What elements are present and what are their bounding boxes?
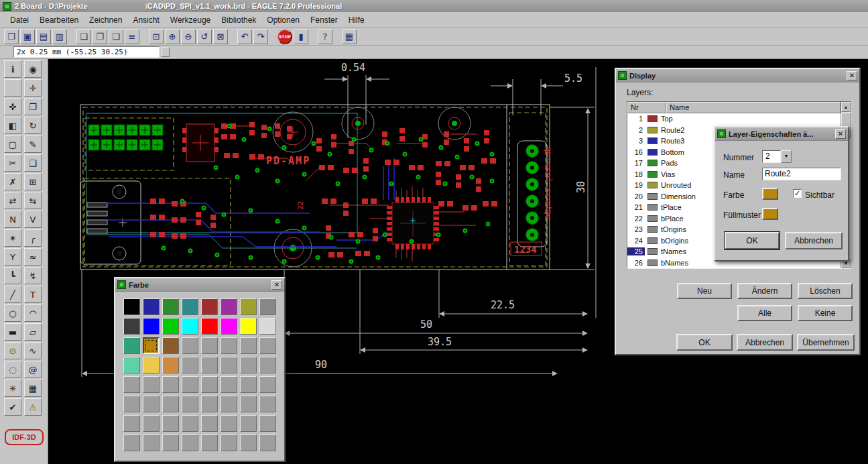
redo-button[interactable]: ↷ <box>253 30 268 44</box>
color-swatch-7-3[interactable] <box>182 434 198 451</box>
ratsnest-tool[interactable]: ✳ <box>4 380 21 397</box>
color-swatch-2-6[interactable] <box>240 337 257 354</box>
menu-optionen[interactable]: Optionen <box>262 13 304 27</box>
pcb-label-pd-amp[interactable]: PD-AMP <box>266 155 310 167</box>
color-swatch-7-7[interactable] <box>259 434 276 451</box>
add-tool[interactable]: ⊞ <box>24 173 42 190</box>
delete-tool[interactable]: ✗ <box>4 173 21 190</box>
color-swatch-3-6[interactable] <box>240 357 257 373</box>
ripup-tool[interactable]: ↯ <box>24 267 42 284</box>
board-schematic-switch-button[interactable]: ❏ <box>76 30 91 44</box>
column-name[interactable]: Name <box>666 102 841 113</box>
hole-tool[interactable]: ◌ <box>4 361 21 378</box>
pcb-side-text[interactable]: qmmusel.scodqe <box>544 146 554 220</box>
menu-bibliothek[interactable]: Bibliothek <box>216 13 261 27</box>
color-swatch-5-4[interactable] <box>201 396 218 412</box>
stop-button[interactable]: STOP <box>277 30 292 44</box>
color-swatch-3-0[interactable] <box>123 357 140 373</box>
color-swatch-1-4[interactable] <box>201 318 218 335</box>
arc-tool[interactable]: ◠ <box>24 304 42 322</box>
color-swatch-5-0[interactable] <box>123 396 140 412</box>
group-tool[interactable]: ▢ <box>4 135 21 153</box>
paste-tool[interactable]: ❑ <box>24 154 42 172</box>
board-number-box[interactable]: 1234 <box>511 242 542 255</box>
color-swatch-2-2[interactable] <box>162 337 179 354</box>
route-tool[interactable]: ┗ <box>4 267 21 284</box>
color-swatch-2-5[interactable] <box>221 337 237 354</box>
show-tool[interactable]: ◉ <box>24 60 42 78</box>
color-swatch-6-1[interactable] <box>143 415 160 432</box>
abbrechen-button[interactable]: Abbrechen <box>785 232 843 249</box>
move-tool[interactable]: ✜ <box>4 98 21 115</box>
display-tool[interactable] <box>4 79 21 97</box>
name-tool[interactable]: N <box>4 211 21 228</box>
color-swatch-1-5[interactable] <box>221 318 237 335</box>
color-swatch-5-5[interactable] <box>221 396 237 412</box>
color-swatch-7-6[interactable] <box>240 434 257 451</box>
color-swatch-2-0[interactable] <box>123 337 140 354</box>
color-swatch-5-1[interactable] <box>143 396 160 412</box>
split-tool[interactable]: Y <box>4 248 21 266</box>
aendern-button[interactable]: Ändern <box>737 283 792 299</box>
drc-tool[interactable]: ✔ <box>4 398 21 416</box>
scroll-up-icon[interactable]: ▲ <box>841 102 851 112</box>
pinswap-tool[interactable]: ⇄ <box>4 192 21 209</box>
menu-werkzeuge[interactable]: Werkzeuge <box>166 13 215 27</box>
color-swatch-4-0[interactable] <box>123 376 140 393</box>
name-input[interactable]: Route2 <box>762 168 841 180</box>
close-icon[interactable]: ✕ <box>271 280 282 290</box>
neu-button[interactable]: Neu <box>677 283 732 299</box>
info-tool[interactable]: ℹ <box>4 60 21 78</box>
color-swatch-2-1[interactable] <box>143 337 160 354</box>
chevron-down-icon[interactable]: ▼ <box>781 150 792 163</box>
color-swatch-1-6[interactable] <box>240 318 257 335</box>
usb-connector[interactable] <box>80 181 141 264</box>
color-swatch-0-3[interactable] <box>182 298 198 315</box>
window-new-button[interactable]: ❑ <box>109 30 123 44</box>
menu-fenster[interactable]: Fenster <box>306 13 343 27</box>
menu-ansicht[interactable]: Ansicht <box>128 13 164 27</box>
window-list-button[interactable]: ❐ <box>92 30 107 44</box>
color-swatch-4-7[interactable] <box>259 376 276 393</box>
color-swatch-0-7[interactable] <box>259 298 276 315</box>
grid-button[interactable]: ▦ <box>342 30 357 44</box>
color-swatch-0-0[interactable] <box>123 298 140 315</box>
color-swatch-0-2[interactable] <box>162 298 179 315</box>
color-swatch-2-7[interactable] <box>259 337 276 354</box>
polygon-tool[interactable]: ▱ <box>24 323 42 341</box>
color-swatch-3-7[interactable] <box>259 357 276 373</box>
close-icon[interactable]: ✕ <box>847 71 857 80</box>
ok-button[interactable]: OK <box>725 232 780 249</box>
color-swatch-1-2[interactable] <box>162 318 179 335</box>
color-swatch-4-4[interactable] <box>201 376 218 393</box>
menu-datei[interactable]: Datei <box>5 13 34 27</box>
ok-button[interactable]: OK <box>676 334 733 351</box>
color-swatch-7-1[interactable] <box>143 434 160 451</box>
color-swatch-1-3[interactable] <box>182 318 198 335</box>
errors-tool[interactable]: ⚠ <box>24 398 42 416</box>
mounting-holes[interactable] <box>273 107 471 267</box>
signal-tool[interactable]: ∿ <box>24 342 42 359</box>
color-swatch-1-1[interactable] <box>143 318 160 335</box>
rotate-tool[interactable]: ↻ <box>24 117 42 134</box>
column-nr[interactable]: Nr <box>627 102 666 113</box>
color-swatch-3-3[interactable] <box>182 357 198 373</box>
color-swatch-0-6[interactable] <box>240 298 257 315</box>
circle-tool[interactable]: ○ <box>4 304 21 322</box>
abbrechen-button[interactable]: Abbrechen <box>737 334 793 351</box>
zoom-redraw-button[interactable]: ↺ <box>197 30 212 44</box>
color-swatch-4-5[interactable] <box>221 376 237 393</box>
keine-button[interactable]: Keine <box>798 305 853 321</box>
color-swatch-2-4[interactable] <box>201 337 218 354</box>
optimize-tool[interactable]: ≈ <box>24 248 42 266</box>
ic-component[interactable] <box>182 124 219 162</box>
color-swatch-3-1[interactable] <box>143 357 160 373</box>
color-swatch-0-5[interactable] <box>221 298 237 315</box>
cam-processor-button[interactable]: ▥ <box>52 30 67 44</box>
color-swatch-6-7[interactable] <box>259 415 276 432</box>
layer-properties-titlebar[interactable]: Layer-Eigenschaften ä... ✕ <box>715 127 848 141</box>
color-swatch-7-2[interactable] <box>162 434 179 451</box>
color-swatch-6-4[interactable] <box>201 415 218 432</box>
close-icon[interactable]: ✕ <box>835 129 846 139</box>
pin-header[interactable] <box>88 125 163 150</box>
